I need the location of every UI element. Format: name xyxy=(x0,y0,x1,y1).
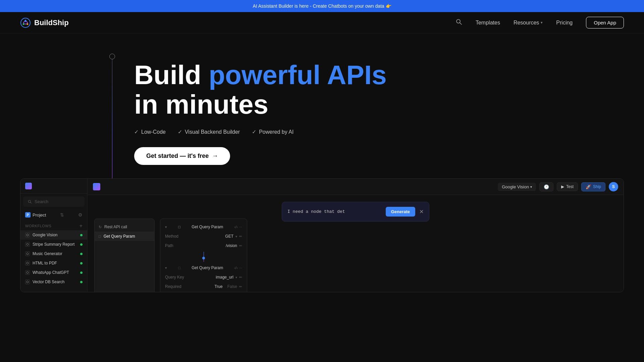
panel-path-row: Path /vision ✏ xyxy=(160,241,247,250)
workflow-icon xyxy=(25,242,30,247)
workflow-item[interactable]: Vector DB Search xyxy=(20,277,87,287)
get-query-param-label: Get Query Param xyxy=(192,265,223,270)
hero-section: Build powerful APIs in minutes ✓ Low-Cod… xyxy=(0,34,644,178)
more-options-button-2[interactable]: ··· xyxy=(239,266,242,270)
ai-generate-popup: I need a node that det Generate ✕ xyxy=(282,202,429,222)
workflow-status-dot xyxy=(80,281,83,283)
close-popup-button[interactable]: ✕ xyxy=(419,208,424,215)
ship-button[interactable]: 🚀 Ship xyxy=(581,182,605,191)
query-param-icon-sm: □ xyxy=(178,225,180,229)
ai-input-text: I need a node that det xyxy=(287,209,382,214)
list-item[interactable]: ↻ Rest API call xyxy=(95,222,154,232)
workflow-item[interactable]: WhatsApp ChatGPT xyxy=(20,268,87,277)
panel-actions-2: ‹/› ··· xyxy=(234,266,242,270)
workflow-item-left: Vector DB Search xyxy=(25,280,64,284)
right-panel: ▾ □ Get Query Param ‹/› ··· Method GET ▾ xyxy=(160,219,247,292)
workflow-item-left: Google Vision xyxy=(25,233,58,237)
node-panels: ↻ Rest API call □ Get Query Param ▾ □ Ge… xyxy=(94,219,617,292)
workflow-status-dot xyxy=(80,243,83,246)
logo-area: BuildShip xyxy=(20,17,69,28)
nav-resources-link[interactable]: Resources ▾ xyxy=(514,20,543,26)
rest-api-icon: ↻ xyxy=(99,225,102,229)
workflow-icon xyxy=(25,280,30,284)
node-area: I need a node that det Generate ✕ ↻ Rest… xyxy=(88,195,624,286)
code-view-button-2[interactable]: ‹/› xyxy=(234,266,237,270)
workflow-item[interactable]: Stripe Summary Report xyxy=(20,240,87,249)
logo-text: BuildShip xyxy=(34,18,69,27)
workflow-item[interactable]: Music Generator xyxy=(20,249,87,258)
node-connector-dot xyxy=(202,257,205,259)
svg-point-2 xyxy=(23,23,24,25)
sidebar: Search P Project ⇅ ⚙ Workflows + xyxy=(20,179,88,292)
workflows-section: Workflows + Google Vision Str xyxy=(20,220,87,288)
dropdown-arrow-icon-2: ▾ xyxy=(235,276,237,279)
svg-point-1 xyxy=(24,20,26,22)
workflow-selector-dropdown[interactable]: Google Vision ▾ xyxy=(498,183,536,191)
project-label: P Project xyxy=(25,212,46,218)
path-value-area: /vision ✏ xyxy=(226,243,242,248)
list-item[interactable]: □ Get Query Param xyxy=(95,232,154,241)
history-button[interactable]: 🕐 xyxy=(539,182,553,191)
connector-area xyxy=(160,252,247,262)
workflow-item[interactable]: HTML to PDF xyxy=(20,258,87,268)
workflow-item-left: Music Generator xyxy=(25,251,62,256)
workflow-item-left: Stripe Summary Report xyxy=(25,242,74,247)
expand-icon-2: ▾ xyxy=(165,266,167,270)
code-view-button[interactable]: ‹/› xyxy=(234,225,237,229)
hero-features: ✓ Low-Code ✓ Visual Backend Builder ✓ Po… xyxy=(134,129,293,135)
workflow-item-left: HTML to PDF xyxy=(25,261,57,265)
workflow-name: Stripe Summary Report xyxy=(33,242,74,247)
workflow-icon xyxy=(25,233,30,237)
dropdown-arrow-icon: ▾ xyxy=(235,235,237,238)
hero-title-part1: Build xyxy=(134,60,209,90)
workflow-icon xyxy=(25,251,30,256)
panel-query-param-row: ▾ □ Get Query Param ‹/› ··· xyxy=(160,263,247,273)
edit-method-button[interactable]: ✏ xyxy=(239,234,242,239)
navbar: BuildShip Templates Resources ▾ Pricing … xyxy=(0,12,644,34)
workflow-icon xyxy=(25,261,30,265)
required-alt-value: False xyxy=(227,284,237,289)
edit-required-button[interactable]: ✏ xyxy=(239,285,242,289)
toolbar-right: Google Vision ▾ 🕐 ▶ Test 🚀 Ship S xyxy=(498,182,618,191)
play-icon: ▶ xyxy=(561,184,564,189)
check-icon-1: ✓ xyxy=(134,129,139,135)
banner-text: AI Assistant Builder is here - Create Ch… xyxy=(253,3,391,9)
add-workflow-icon[interactable]: + xyxy=(79,223,83,229)
workflow-icon xyxy=(25,270,30,275)
nav-templates-link[interactable]: Templates xyxy=(476,20,500,26)
edit-path-button[interactable]: ✏ xyxy=(239,244,242,248)
panel-method-row: Method GET ▾ ✏ xyxy=(160,232,247,241)
workflow-status-dot xyxy=(80,262,83,264)
ship-icon: 🚀 xyxy=(586,184,591,189)
workflow-name: HTML to PDF xyxy=(33,261,57,265)
main-toolbar: Google Vision ▾ 🕐 ▶ Test 🚀 Ship S xyxy=(88,179,624,195)
chevron-down-icon: ▾ xyxy=(541,20,543,25)
panel-actions: ‹/› ··· xyxy=(234,225,242,229)
nav-pricing-link[interactable]: Pricing xyxy=(556,20,573,26)
history-icon: 🕐 xyxy=(544,184,549,189)
project-settings-icon: ⚙ xyxy=(78,212,83,218)
sidebar-search-bar[interactable]: Search xyxy=(23,196,85,207)
search-icon[interactable] xyxy=(455,18,462,27)
check-icon-2: ✓ xyxy=(178,129,182,135)
hero-vertical-line xyxy=(112,54,112,178)
workflow-name: Music Generator xyxy=(33,251,62,256)
workflow-name: WhatsApp ChatGPT xyxy=(33,270,69,275)
method-value-area: GET ▾ ✏ xyxy=(225,234,242,239)
query-param-icon: □ xyxy=(99,234,101,238)
main-content-area: Google Vision ▾ 🕐 ▶ Test 🚀 Ship S xyxy=(88,179,624,292)
open-app-button[interactable]: Open App xyxy=(586,17,624,28)
workflow-status-dot xyxy=(80,234,83,236)
hero-title-part2: in minutes xyxy=(134,89,268,119)
hero-title-highlight: powerful APIs xyxy=(209,60,386,90)
more-options-button[interactable]: ··· xyxy=(239,225,242,229)
get-started-button[interactable]: Get started — it's free → xyxy=(134,147,230,165)
edit-querykey-button[interactable]: ✏ xyxy=(239,275,242,280)
app-preview: Search P Project ⇅ ⚙ Workflows + xyxy=(20,178,624,292)
generate-button[interactable]: Generate xyxy=(386,207,415,217)
workflow-status-dot xyxy=(80,253,83,255)
workflow-name: Vector DB Search xyxy=(33,280,64,284)
feature-low-code: ✓ Low-Code xyxy=(134,129,166,135)
test-button[interactable]: ▶ Test xyxy=(557,182,578,191)
workflow-item[interactable]: Google Vision xyxy=(20,230,87,240)
